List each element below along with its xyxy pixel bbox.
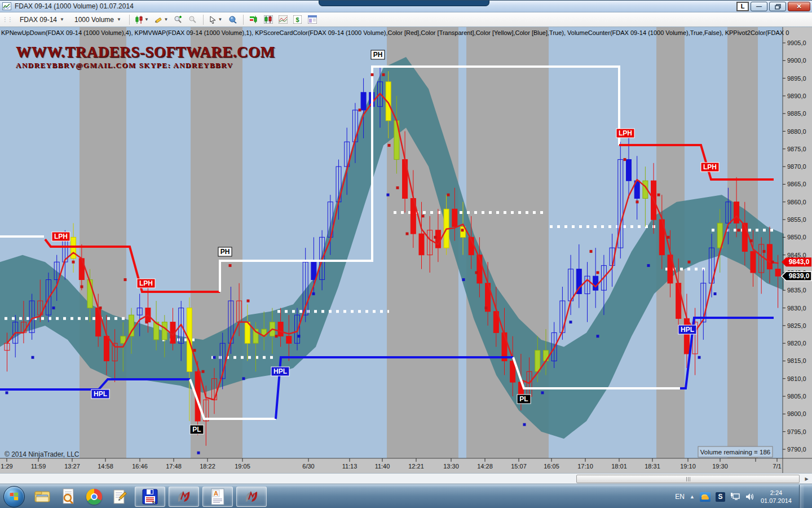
time-tick-label: 16:46 [132, 463, 148, 470]
price-tick-label: 9875,0 [787, 146, 806, 152]
price-tick-label: 9870,0 [787, 163, 806, 170]
dollar-icon: $ [293, 15, 302, 24]
volume-icon[interactable] [745, 492, 756, 502]
folder-icon [34, 489, 51, 504]
minimize-button[interactable]: — [751, 2, 767, 11]
candle [311, 262, 316, 279]
cloud-app-icon[interactable] [700, 492, 710, 502]
chart-style-button[interactable]: ▼ [134, 14, 151, 25]
mini-chart-button[interactable] [277, 14, 289, 25]
chart-trader-button[interactable] [248, 14, 260, 25]
price-tick-label: 9880,0 [787, 128, 806, 135]
pencil-icon [154, 16, 162, 24]
zoom-out-button[interactable] [187, 14, 199, 25]
taskbar-item-notepad[interactable] [109, 486, 131, 507]
price-tick-label: 9790,0 [787, 446, 806, 453]
crosshair-button[interactable] [227, 14, 239, 25]
taskbar-item-explorer[interactable] [31, 486, 54, 507]
price-tick-label: 9810,0 [787, 375, 806, 382]
log-button[interactable]: L [736, 2, 749, 11]
price-tick-label: 9805,0 [787, 393, 806, 400]
time-tick-label: 19:05 [235, 463, 250, 470]
system-tray: EN ▲ S 2:24 01.07.2014 [675, 485, 812, 508]
taskbar-item-floppy-64[interactable]: 64 [135, 487, 165, 507]
hidden-icons-button[interactable]: ▲ [690, 494, 695, 500]
windows-logo-icon [10, 492, 19, 501]
candle [278, 322, 283, 336]
time-tick-label: 7/1 [773, 463, 781, 470]
network-icon[interactable] [730, 492, 740, 502]
account-button[interactable]: $ [292, 14, 304, 25]
candle [245, 322, 250, 344]
svg-text:64: 64 [152, 500, 156, 503]
price-tick-label: 9815,0 [787, 357, 806, 364]
data-grid-icon [308, 15, 317, 24]
svg-text:HPL: HPL [273, 367, 287, 375]
scrollbar-thumb[interactable] [576, 475, 800, 483]
taskbar-item-chrome[interactable] [83, 486, 105, 507]
horizontal-scrollbar[interactable]: ▶ [0, 473, 812, 484]
toolbar-separator [243, 15, 244, 25]
restore-button[interactable] [769, 2, 786, 11]
chrome-icon [86, 489, 102, 505]
candle [71, 237, 76, 259]
candle [129, 315, 134, 336]
svg-text:HPL: HPL [94, 390, 107, 398]
document-a-icon: A [210, 488, 226, 505]
time-tick-label: 19:30 [712, 463, 728, 470]
taskbar-item-ninjatrader-2[interactable] [236, 487, 267, 507]
time-tick-label: 11:13 [342, 463, 358, 470]
svg-text:PL: PL [192, 426, 201, 433]
svg-text:PH: PH [220, 248, 230, 256]
price-tick-label: 9855,0 [787, 216, 806, 223]
chevron-down-icon: ▼ [60, 17, 64, 22]
candle [775, 269, 780, 277]
interval-dropdown[interactable]: 1000 Volume▼ [70, 14, 125, 25]
instrument-dropdown[interactable]: FDAX 09-14▼ [16, 14, 68, 25]
drawing-tools-button[interactable]: ▼ [153, 14, 170, 25]
cursor-button[interactable]: ▼ [208, 14, 224, 25]
show-desktop-button[interactable] [799, 485, 804, 508]
market-analyzer-button[interactable] [262, 14, 275, 25]
price-tick-label: 9830,0 [787, 305, 806, 312]
scrollbar-right-arrow[interactable]: ▶ [802, 475, 811, 483]
close-button[interactable]: ✕ [788, 2, 810, 11]
clock[interactable]: 2:24 01.07.2014 [761, 489, 792, 505]
candle [626, 160, 632, 181]
price-tick-label: 9800,0 [787, 410, 806, 417]
taskbar-item-wordpad[interactable]: A [202, 487, 233, 507]
skype-icon[interactable]: S [716, 492, 725, 502]
chevron-down-icon: ▼ [117, 17, 121, 22]
toolbar: ⋮⋮ FDAX 09-14▼ 1000 Volume▼ ▼ ▼ ▼ [0, 12, 812, 27]
toolbar-grip[interactable]: ⋮⋮ [2, 16, 12, 23]
svg-text:PH: PH [373, 51, 383, 59]
ninjatrader-icon [175, 488, 192, 505]
taskbar-item-search[interactable] [57, 486, 80, 507]
zoom-in-button[interactable] [172, 14, 184, 25]
candle [435, 230, 440, 248]
time-tick-label: 19:10 [680, 463, 696, 470]
start-button[interactable] [3, 486, 25, 507]
time-tick-label: 14:28 [477, 463, 493, 470]
time-tick-label: 11:59 [31, 463, 46, 470]
price-tick-label: 9905,0 [787, 40, 806, 46]
indicator-parameters: KPNewUpDown(FDAX 09-14 (1000 Volume),4),… [1, 29, 811, 36]
background-window-edge [319, 1, 489, 6]
svg-text:PL: PL [519, 395, 528, 403]
price-tick-label: 9850,0 [787, 234, 806, 240]
candlestick-icon [135, 16, 143, 24]
price-tick-label: 9895,0 [787, 75, 806, 82]
price-chart[interactable]: LPHLPHPHPHLPHLPHHPLHPLHPLPLPL9905,09900,… [0, 27, 812, 473]
svg-text:A: A [214, 490, 218, 497]
price-tick-label: 9885,0 [787, 110, 806, 117]
price-tick-label: 9865,0 [787, 181, 806, 187]
data-grid-button[interactable] [306, 14, 319, 25]
taskbar-item-ninjatrader[interactable] [169, 487, 199, 507]
svg-text:Volume remaining = 186: Volume remaining = 186 [700, 449, 770, 456]
candle [452, 209, 457, 226]
chevron-down-icon: ▼ [164, 17, 168, 22]
candle [676, 283, 681, 319]
zoom-in-icon [174, 15, 182, 24]
language-indicator[interactable]: EN [675, 493, 685, 501]
time-tick-label: 16:05 [544, 463, 559, 470]
